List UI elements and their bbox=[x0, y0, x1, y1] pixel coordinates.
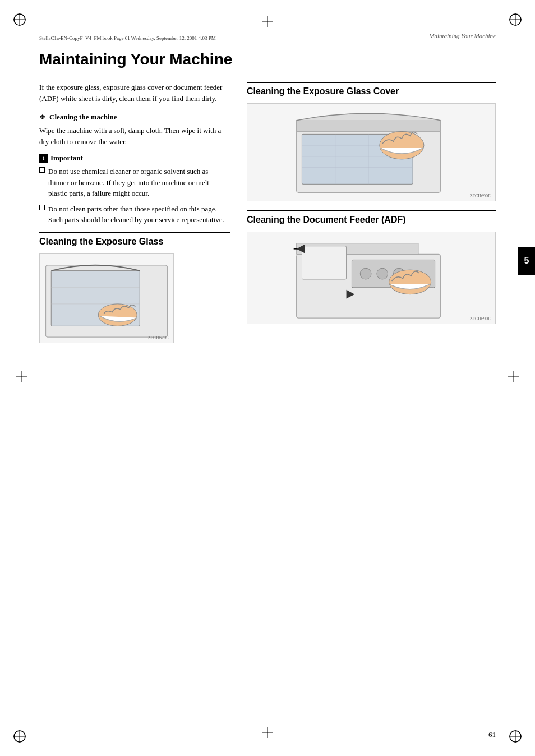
important-label: i Important bbox=[39, 154, 230, 163]
svg-point-32 bbox=[380, 131, 424, 159]
main-content: Maintaining Your Machine If the exposure… bbox=[39, 50, 496, 706]
cleaning-machine-text: Wipe the machine with a soft, damp cloth… bbox=[39, 125, 230, 147]
chapter-tab: 5 bbox=[518, 247, 535, 275]
intro-paragraph: If the exposure glass, exposure glass co… bbox=[39, 82, 230, 104]
exposure-glass-caption: ZFCH670E bbox=[146, 334, 171, 342]
important-text: Important bbox=[50, 154, 83, 163]
exposure-glass-cover-title: Cleaning the Exposure Glass Cover bbox=[247, 82, 496, 96]
corner-mark-tl bbox=[11, 11, 28, 28]
bullet-checkbox-1 bbox=[39, 167, 45, 173]
header-section: Maintaining Your Machine bbox=[429, 33, 496, 39]
exposure-glass-cover-illustration: ZFCH690E bbox=[247, 103, 496, 201]
bullet-checkbox-2 bbox=[39, 205, 45, 210]
corner-mark-br bbox=[507, 728, 524, 745]
diamond-icon: ❖ bbox=[39, 113, 46, 122]
document-feeder-caption: ZFCH690E bbox=[468, 315, 493, 322]
svg-rect-34 bbox=[302, 246, 347, 279]
header-filename: StellaC1a-EN-CopyF_V4_FM.book Page 61 We… bbox=[39, 35, 216, 41]
corner-mark-bl bbox=[11, 728, 28, 745]
svg-point-36 bbox=[360, 268, 371, 279]
svg-point-39 bbox=[389, 270, 431, 294]
two-column-layout: If the exposure glass, exposure glass co… bbox=[39, 82, 496, 350]
cleaning-machine-label: Cleaning the machine bbox=[49, 113, 117, 122]
left-center-mark bbox=[16, 371, 27, 385]
bullet-text-2: Do not clean parts other than those spec… bbox=[48, 204, 230, 225]
important-icon: i bbox=[39, 154, 48, 163]
header-bar: StellaC1a-EN-CopyF_V4_FM.book Page 61 We… bbox=[39, 31, 496, 42]
right-column: Cleaning the Exposure Glass Cover bbox=[247, 82, 496, 350]
page: StellaC1a-EN-CopyF_V4_FM.book Page 61 We… bbox=[0, 0, 535, 756]
exposure-glass-cover-section: ZFCH690E bbox=[247, 103, 496, 201]
bullet-text-1: Do not use chemical cleaner or organic s… bbox=[48, 166, 230, 199]
bottom-center-mark bbox=[262, 727, 273, 740]
exposure-glass-cover-caption: ZFCH690E bbox=[468, 192, 493, 200]
bullet-item-2: Do not clean parts other than those spec… bbox=[39, 204, 230, 225]
top-center-mark bbox=[262, 16, 273, 29]
page-number: 61 bbox=[488, 730, 496, 739]
corner-mark-tr bbox=[507, 11, 524, 28]
document-feeder-illustration: ZFCH690E bbox=[247, 232, 496, 324]
bullet-item-1: Do not use chemical cleaner or organic s… bbox=[39, 166, 230, 199]
important-block: i Important Do not use chemical cleaner … bbox=[39, 154, 230, 225]
right-center-mark bbox=[508, 371, 519, 385]
svg-point-37 bbox=[377, 268, 388, 279]
exposure-glass-title: Cleaning the Exposure Glass bbox=[39, 232, 230, 247]
cleaning-machine-heading: ❖ Cleaning the machine bbox=[39, 113, 230, 122]
document-feeder-title: Cleaning the Document Feeder (ADF) bbox=[247, 210, 496, 225]
left-column: If the exposure glass, exposure glass co… bbox=[39, 82, 230, 350]
exposure-glass-illustration: ZFCH670E bbox=[39, 253, 174, 343]
svg-point-24 bbox=[98, 303, 137, 326]
page-title: Maintaining Your Machine bbox=[39, 50, 496, 71]
